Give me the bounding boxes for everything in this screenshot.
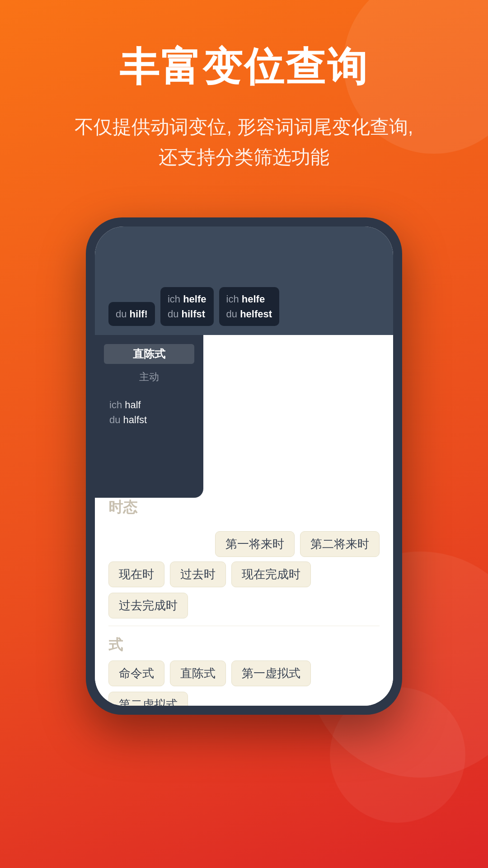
tag-future1[interactable]: 第一将来时 <box>215 531 295 557</box>
tense-tags-row1: 第一将来时 第二将来时 <box>108 531 380 557</box>
tag-subjunctive1[interactable]: 第一虚拟式 <box>231 660 311 686</box>
tooltip-2-pronoun-2: du <box>168 308 182 320</box>
panel-pronoun-2: du <box>109 414 123 425</box>
tooltip-card-3: ich helfe du helfest <box>219 287 280 326</box>
tooltip-3-verb-2: helfest <box>240 308 272 320</box>
mode-tags: 命令式 直陈式 第一虚拟式 第二虚拟式 <box>108 660 380 706</box>
filter-container: 时态 第一将来时 第二将来时 现在时 过去时 现在完成时 过去 <box>95 498 393 706</box>
filter-group-mode: 式 命令式 直陈式 第一虚拟式 第二虚拟式 <box>108 635 380 706</box>
panel-mode-title: 直陈式 <box>104 344 194 364</box>
tag-future2[interactable]: 第二将来时 <box>300 531 380 557</box>
phone-inner: du hilf! ich helfe du hilfst ich helfe d… <box>95 226 393 706</box>
filter-tense-row1: 第一将来时 第二将来时 现在时 过去时 现在完成时 过去完成时 <box>108 523 380 618</box>
tag-subjunctive2[interactable]: 第二虚拟式 <box>108 692 188 706</box>
panel-verb-1: half <box>125 399 141 410</box>
content-area: 过去时 直陈式 主动 ich half du halfst <box>95 335 393 706</box>
header-section: 丰富变位查询 不仅提供动词变位, 形容词词尾变化查询, 还支持分类筛选功能 <box>75 0 413 199</box>
main-title: 丰富变位查询 <box>75 45 413 89</box>
tag-present-perfect[interactable]: 现在完成时 <box>231 561 311 587</box>
phone-mockup: du hilf! ich helfe du hilfst ich helfe d… <box>86 217 402 715</box>
filter-label-tense: 时态 <box>108 498 380 518</box>
separator-1 <box>108 626 380 626</box>
tag-indicative[interactable]: 直陈式 <box>170 660 226 686</box>
subtitle: 不仅提供动词变位, 形容词词尾变化查询, 还支持分类筛选功能 <box>75 112 413 172</box>
tooltip-1-verb: hilf! <box>130 308 148 320</box>
tooltip-2-pronoun-1: ich <box>168 293 183 305</box>
page-container: 丰富变位查询 不仅提供动词变位, 形容词词尾变化查询, 还支持分类筛选功能 du… <box>0 0 488 868</box>
tooltip-3-pronoun-1: ich <box>226 293 242 305</box>
panel-verb-forms: ich half du halfst <box>104 394 194 431</box>
panel-voice-subtitle: 主动 <box>104 368 194 386</box>
tooltip-2-verb-1: helfe <box>183 293 206 305</box>
tag-past[interactable]: 过去时 <box>170 561 226 587</box>
tooltip-2-verb-2: hilfst <box>182 308 206 320</box>
tooltip-card-2: ich helfe du hilfst <box>160 287 214 326</box>
tag-past-perfect[interactable]: 过去完成时 <box>108 593 188 618</box>
popup-area: du hilf! ich helfe du hilfst ich helfe d… <box>95 226 393 335</box>
tag-imperative[interactable]: 命令式 <box>108 660 164 686</box>
tense-tags-row2: 现在时 过去时 现在完成时 过去完成时 <box>108 561 380 618</box>
panel-verb-2: halfst <box>123 414 147 425</box>
tooltip-card-1: du hilf! <box>108 302 155 326</box>
tooltip-1-pronoun: du <box>116 308 130 320</box>
tag-present[interactable]: 现在时 <box>108 561 164 587</box>
subtitle-line2: 还支持分类筛选功能 <box>159 146 329 168</box>
subtitle-line1: 不仅提供动词变位, 形容词词尾变化查询, <box>75 116 413 137</box>
dark-panel: 直陈式 主动 ich half du halfst <box>95 335 203 498</box>
filter-label-mode: 式 <box>108 635 380 655</box>
panel-pronoun-1: ich <box>109 399 125 410</box>
filter-group-tense: 时态 第一将来时 第二将来时 现在时 过去时 现在完成时 过去 <box>108 498 380 618</box>
tooltip-3-verb-1: helfe <box>242 293 265 305</box>
tooltip-3-pronoun-2: du <box>226 308 240 320</box>
